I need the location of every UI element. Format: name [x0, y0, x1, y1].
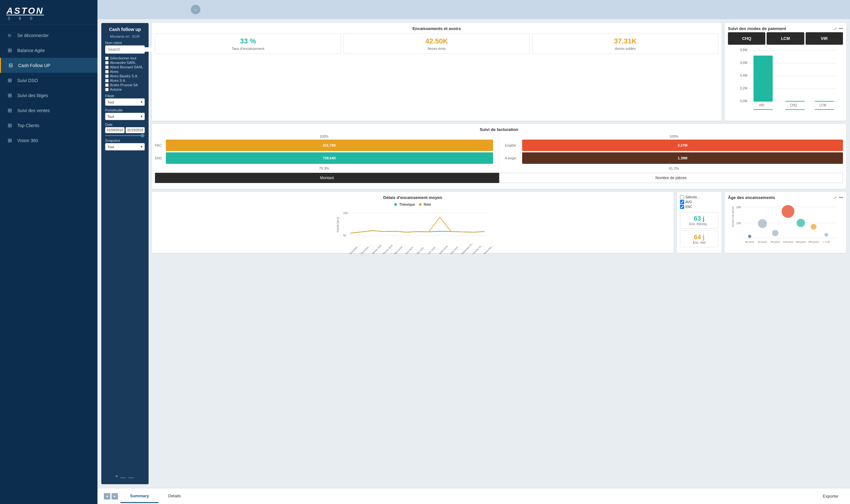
client-item-alves[interactable]: Alves	[105, 70, 145, 73]
client-checkbox[interactable]	[105, 70, 109, 73]
selectionner-checkbox-label[interactable]: Sélectio...	[680, 195, 718, 199]
svg-text:Novembre ...: Novembre ...	[349, 244, 359, 255]
svg-text:Mai 2018: Mai 2018	[416, 247, 424, 255]
sidebar-item-suivilitiges[interactable]: ⊞ Suivi des litiges	[0, 88, 98, 103]
enc-checkbox-label[interactable]: ENC	[680, 205, 718, 209]
avo-checkbox-label[interactable]: AVO	[680, 200, 718, 204]
enc-label: ENC	[155, 156, 164, 160]
client-label: Sélectionner tout	[110, 56, 137, 60]
enc-checkbox[interactable]	[680, 205, 684, 209]
client-item-alvessa[interactable]: Alves S.A.	[105, 78, 145, 83]
client-item-alexandre[interactable]: Alexandre SARL	[105, 61, 145, 65]
nav-left-arrow[interactable]: ◄	[104, 493, 110, 500]
client-item-allard[interactable]: Allard Besnard SARL	[105, 65, 145, 69]
sidebar-item-cashfollowup[interactable]: ⊟ Cash Follow UP	[0, 58, 98, 73]
tab-details[interactable]: Details	[159, 490, 191, 503]
disconnect-icon: ⎋	[6, 33, 13, 38]
expand-icon[interactable]: ⤢	[834, 196, 837, 200]
search-box[interactable]: 🔍 ✏	[105, 46, 145, 54]
client-item-selectall[interactable]: Sélectionner tout	[105, 56, 145, 60]
reel-label: Réel	[424, 202, 431, 206]
collapse-button[interactable]: ‹	[191, 5, 200, 14]
search-input[interactable]	[108, 47, 156, 52]
selectionner-checkbox[interactable]	[680, 195, 684, 199]
client-checkbox[interactable]	[105, 88, 109, 91]
svg-text:Nombre de pièces: Nombre de pièces	[731, 206, 734, 227]
more-icon[interactable]: •••	[839, 26, 843, 31]
svg-text:100: 100	[343, 212, 348, 215]
clients-icon: ⊞	[6, 122, 13, 128]
client-label: Andre Pruvost SA	[110, 83, 138, 87]
snapshot-dropdown[interactable]: Tout ▾	[105, 143, 145, 150]
sidebar-item-suividso[interactable]: ⊞ Suivi DSO	[0, 73, 98, 88]
vision-icon: ⊞	[6, 137, 13, 143]
encaissements-panel: Encaissements et avoirs 33 % Taux d'enca…	[152, 23, 722, 121]
svg-text:30 jours: 30 jours	[745, 240, 754, 244]
date-from[interactable]: 01/09/2018	[105, 127, 125, 133]
svg-point-45	[758, 219, 767, 228]
chevron-down-icon: ▾	[141, 145, 143, 149]
svg-point-48	[797, 219, 805, 227]
svg-text:Juillet 2018: Juillet 2018	[439, 245, 448, 255]
divider	[499, 134, 499, 170]
svg-rect-12	[815, 101, 834, 102]
svg-point-46	[772, 230, 778, 236]
portefeuille-dropdown[interactable]: Tout ▾	[105, 113, 145, 120]
svg-point-47	[782, 205, 794, 218]
avoirs-emis-value: 42.50K	[346, 37, 528, 46]
aexiger-label: A exiger	[505, 157, 520, 160]
vir-button[interactable]: VIR	[805, 32, 843, 45]
avo-label: AVO	[686, 200, 692, 204]
client-checkbox[interactable]	[105, 74, 109, 78]
svg-text:Avril 2018: Avril 2018	[405, 246, 413, 255]
fact-percent-bottom-right: 61.2%	[505, 166, 843, 170]
date-to[interactable]: 31/10/2018	[126, 127, 145, 133]
date-slider[interactable]	[105, 135, 145, 136]
modes-icons: ⤢ •••	[834, 26, 843, 31]
client-item-andre[interactable]: Andre Pruvost SA	[105, 83, 145, 87]
expand-icon[interactable]: ⤢	[834, 26, 837, 31]
client-checkbox[interactable]	[105, 56, 109, 60]
nombre-button[interactable]: Nombre de pièces	[499, 173, 843, 183]
svg-text:VIR: VIR	[759, 104, 764, 107]
grid-icon: ⊞	[6, 47, 13, 53]
svg-point-49	[811, 224, 816, 230]
montant-button[interactable]: Montant	[155, 173, 499, 183]
sidebar-item-suiviventes[interactable]: ⊞ Suivi des ventes	[0, 103, 98, 118]
age-chart: Nombre de pièces 200 100	[728, 201, 843, 249]
nav-right-arrow[interactable]: ►	[111, 493, 118, 500]
ventes-icon: ⊞	[6, 107, 13, 113]
fact-chart-right: 100% Exigible 2.27M A exiger 1.39M 61.2%	[505, 134, 843, 170]
sidebar-item-vision360[interactable]: ⊞ Vision 360	[0, 133, 98, 148]
svg-text:50: 50	[343, 234, 347, 237]
dots-more2: •••	[128, 475, 134, 480]
client-checkbox[interactable]	[105, 83, 109, 87]
svg-point-44	[748, 235, 751, 238]
sidebar-item-disconnect[interactable]: ⎋ Se déconnecter	[0, 28, 98, 43]
export-button[interactable]: Exporter	[818, 491, 844, 501]
age-title: Âge des encaissements	[728, 195, 775, 200]
enc-bar: 738.64K	[166, 152, 493, 164]
client-item-alvesbaudry[interactable]: Alves Baudry S.A.	[105, 74, 145, 78]
client-label: Antoine	[110, 88, 122, 91]
filiale-dropdown[interactable]: Tout ▾	[105, 98, 145, 106]
sidebar-item-balance[interactable]: ⊞ Balance Agée	[0, 43, 98, 58]
svg-text:60 jours: 60 jours	[758, 240, 767, 244]
client-checkbox[interactable]	[105, 79, 109, 83]
fact-percent-bottom-left: 79.3%	[155, 166, 493, 170]
logo-text: ASTON	[6, 6, 91, 16]
tab-summary[interactable]: Summary	[121, 490, 159, 503]
chq-button[interactable]: CHQ	[728, 32, 765, 45]
sidebar-item-topclients[interactable]: ⊞ Top Clients	[0, 118, 98, 133]
more-icon[interactable]: •••	[839, 196, 843, 200]
client-checkbox[interactable]	[105, 61, 109, 65]
dots-more: •••	[120, 475, 126, 480]
client-checkbox[interactable]	[105, 66, 109, 69]
client-item-antoine[interactable]: Antoine	[105, 88, 145, 91]
dot1	[116, 475, 118, 477]
aexiger-bar-container: A exiger 1.39M	[505, 152, 843, 164]
lcm-button[interactable]: LCM	[767, 32, 804, 45]
fac-bar-container: FAC 931.79K	[155, 140, 493, 151]
svg-text:Novembre ...: Novembre ...	[483, 244, 494, 255]
avo-checkbox[interactable]	[680, 200, 684, 204]
